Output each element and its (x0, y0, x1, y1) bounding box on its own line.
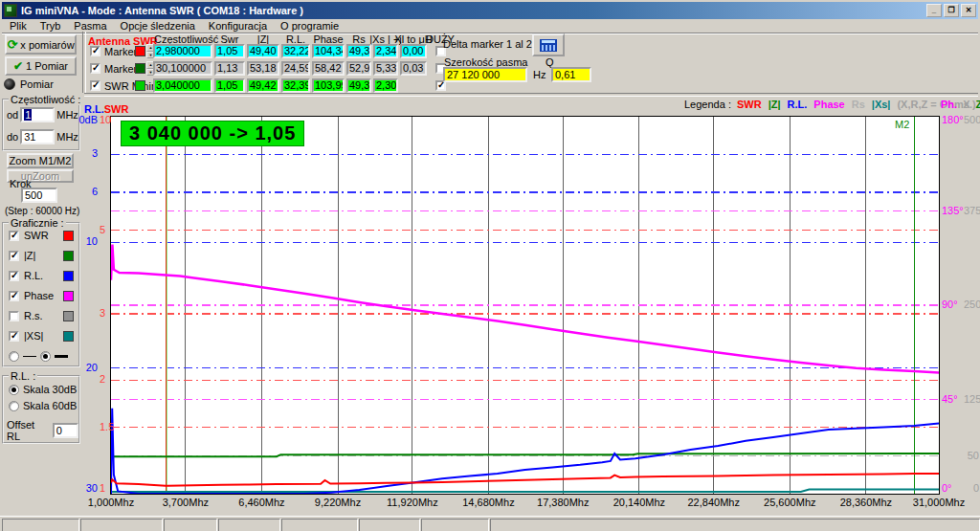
tick-label: 45° (942, 394, 965, 405)
series-swr (111, 474, 939, 486)
marker-cell: 53,18 (247, 61, 279, 76)
menu-item-opcje-ledzenia[interactable]: Opcje śledzenia (121, 20, 195, 32)
scale-60db-radio[interactable] (9, 401, 19, 411)
trace-label: |Z| (24, 250, 35, 261)
x-tick-label: 28,360Mhz (840, 497, 892, 508)
status-panel-6 (421, 519, 489, 531)
from-label: od (7, 109, 18, 121)
measure-led-icon (4, 78, 15, 90)
calculator-button[interactable] (532, 33, 565, 56)
series-xs (111, 489, 939, 492)
tick-label: 1.5 (100, 422, 113, 432)
minimize-button[interactable]: _ (926, 4, 942, 17)
to-input[interactable]: 31 (20, 129, 55, 144)
tick-label: 10 (73, 236, 98, 247)
restore-button[interactable]: ❐ (944, 4, 959, 17)
marker-cell: 52,91 (346, 61, 371, 76)
tick-label: 50 (964, 451, 979, 461)
close-button[interactable]: ✕ (961, 4, 976, 17)
step-value: 500 (25, 189, 42, 201)
marker-cell: 0,03 (400, 61, 427, 76)
status-panel-0 (2, 519, 79, 531)
trace-checkbox[interactable] (9, 251, 19, 261)
x-tick-label: 25,600Mhz (764, 497, 815, 508)
tick-label: 0dB (73, 115, 98, 125)
frequency-group: Częstotliwość : od 1 MHz do 31 MHz (2, 99, 80, 151)
marker-cell: 32,22 (281, 44, 310, 58)
axis-frequency-labels: 1,000Mhz3,700Mhz6,460Mhz9,220Mhz11,920Mh… (111, 497, 939, 508)
offset-rl-label: Offset RL (7, 419, 50, 442)
thick-line-sample (55, 355, 68, 358)
line-thick-radio[interactable] (40, 351, 51, 362)
trace-row-xs: |XS| (9, 330, 74, 342)
marker-cell: 30,100000 (153, 61, 212, 76)
rl-scale-group: R.L. : Skala 30dB Skala 60dB Offset RL 0 (2, 375, 80, 444)
scale-30db-label: Skala 30dB (23, 384, 77, 395)
q-value: 0,61 (555, 69, 575, 80)
trace-label: |XS| (24, 330, 43, 342)
separator-horizontal (84, 93, 978, 97)
x-tick-label: 14,680Mhz (462, 497, 514, 508)
marker-row-checkbox[interactable] (90, 80, 100, 91)
bandwidth-field[interactable]: 27 120 000 (443, 67, 527, 82)
check-icon: ✔ (13, 59, 23, 73)
marker-cell: 103,99 (312, 78, 345, 93)
trace-label: R.L. (24, 270, 43, 281)
tick-label: 5 (100, 225, 113, 235)
menu-item-o-programie[interactable]: O programie (280, 20, 339, 32)
marker-row-checkbox[interactable] (90, 63, 100, 74)
marker-cell: 49,34 (346, 44, 371, 58)
marker-cell: 49,42 (247, 78, 279, 93)
trace-checkbox[interactable] (9, 231, 19, 241)
legend-item-z: |Z| (768, 99, 781, 110)
step-note: (Step : 60000 Hz) (5, 206, 79, 216)
menu-item-konfiguracja[interactable]: Konfiguracja (209, 20, 267, 32)
tick-label: 30 (73, 483, 98, 494)
legend-right-x: X (963, 99, 969, 110)
marker-cell: 104,34 (312, 44, 345, 58)
trace-checkbox[interactable] (9, 271, 19, 281)
zoom-m1m2-button[interactable]: Zoom M1/M2 (7, 153, 74, 168)
line-thin-radio[interactable] (9, 351, 19, 362)
step-input[interactable]: 500 (21, 188, 57, 203)
legend-item-xs: |Xs| (872, 99, 891, 110)
trace-row-swr: SWR (9, 230, 74, 241)
multi-measure-button[interactable]: ⟳ x pomiarów (5, 34, 77, 55)
x-tick-label: 3,700Mhz (163, 497, 209, 508)
axis-phase-labels: 180°135°90°45°0° (942, 117, 965, 494)
marker-cell: 1,05 (214, 44, 245, 58)
menu-item-pasma[interactable]: Pasma (74, 20, 106, 32)
tick-label: 0 (964, 483, 979, 494)
traces-group: Graficznie : SWR|Z|R.L.PhaseR.s.|XS| (2, 222, 80, 367)
tick-label: 6 (73, 187, 98, 197)
menu-item-plik[interactable]: Plik (10, 20, 27, 32)
single-measure-button[interactable]: ✔ 1 Pomiar (5, 56, 77, 76)
legend-item-phase: Phase (813, 99, 844, 110)
trace-label: Phase (24, 290, 54, 301)
tick-label: 0° (942, 483, 965, 494)
marker-row-checkbox[interactable] (90, 46, 100, 56)
tick-label: 2 (100, 374, 113, 385)
chart-plot-area[interactable]: M2 (110, 116, 940, 495)
tick-label: 3 (100, 308, 113, 319)
delta-title: Delta marker 1 al 2 (443, 38, 532, 50)
marker-cell: 1,13 (214, 61, 245, 76)
trace-checkbox[interactable] (9, 291, 19, 301)
from-input[interactable]: 1 (20, 107, 55, 122)
bandwidth-unit: Hz (533, 69, 546, 80)
menu-item-tryb[interactable]: Tryb (40, 20, 61, 32)
marker-cell: 32,39 (281, 78, 310, 93)
tick-label: 125 (964, 394, 979, 405)
axis-rl-labels: 0dB36102030 (73, 117, 98, 494)
trace-checkbox[interactable] (9, 311, 19, 321)
scale-30db-radio[interactable] (9, 385, 19, 395)
menubar: PlikTrybPasmaOpcje śledzeniaKonfiguracja… (2, 19, 978, 33)
tick-label: 500 (964, 115, 979, 125)
marker-color-swatch (135, 80, 145, 91)
trace-row-rs: R.s. (9, 310, 74, 321)
x-tick-label: 6,460Mhz (238, 497, 284, 508)
trace-checkbox[interactable] (9, 331, 19, 342)
q-field[interactable]: 0,61 (551, 67, 591, 82)
series-phase (111, 245, 939, 373)
marker-cell: 2,30 (373, 78, 398, 93)
